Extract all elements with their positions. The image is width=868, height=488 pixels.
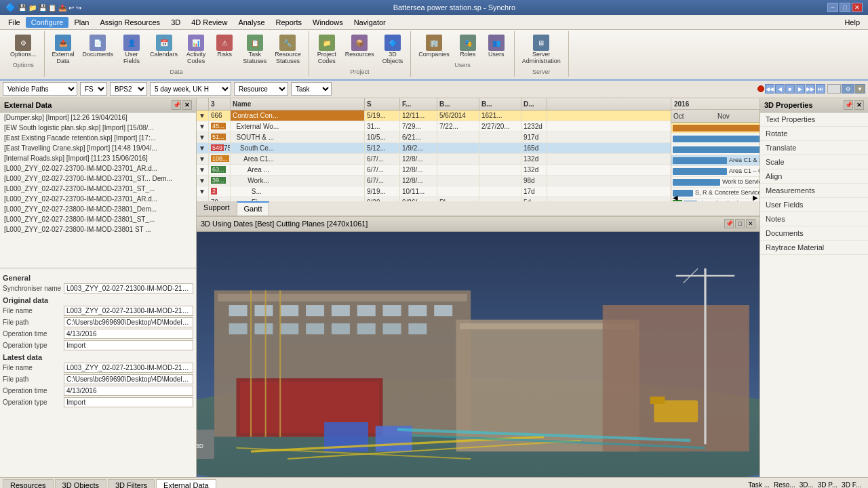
- calendars-button[interactable]: 📅 Calendars: [146, 33, 181, 67]
- documents-button[interactable]: 📄 Documents: [79, 33, 117, 67]
- 3d-objects-button[interactable]: 🔷 3DObjects: [379, 33, 407, 67]
- prop-rotate[interactable]: Rotate: [760, 127, 868, 141]
- list-item[interactable]: [Internal Roads.skp] [Import] [11:23 15/…: [0, 153, 196, 163]
- menu-3d[interactable]: 3D: [165, 17, 186, 28]
- list-item[interactable]: [East Existing Facade retention.skp] [Im…: [0, 133, 196, 143]
- tab-external-data[interactable]: External Data: [156, 479, 216, 488]
- table-row[interactable]: ▼ 549 7590 South Ce... 5/12... 1/9/2... …: [197, 143, 671, 154]
- activity-codes-button[interactable]: 📊 ActivityCodes: [182, 33, 210, 67]
- roles-button[interactable]: 🎭 Roles: [454, 33, 481, 60]
- window-controls[interactable]: – □ ✕: [827, 3, 863, 12]
- list-item[interactable]: [East Travelling Crane.skp] [Import] [14…: [0, 143, 196, 153]
- prev-frame-btn[interactable]: ◀◀: [765, 84, 774, 94]
- fs-select[interactable]: FS: [80, 82, 107, 96]
- tab-resources[interactable]: Resources: [3, 479, 54, 488]
- right-panel-pin-btn[interactable]: 📌: [844, 100, 853, 110]
- maximize-button[interactable]: □: [840, 3, 850, 12]
- menu-analyse[interactable]: Analyse: [233, 17, 270, 28]
- prop-notes[interactable]: Notes: [760, 212, 868, 226]
- menu-plan[interactable]: Plan: [68, 17, 94, 28]
- tab-3d-objects[interactable]: 3D Objects: [55, 479, 106, 488]
- 3d-maximize-btn[interactable]: □: [735, 219, 745, 228]
- panel-close-btn[interactable]: ✕: [182, 100, 192, 110]
- users-button[interactable]: 👥 Users: [483, 33, 510, 60]
- table-row[interactable]: ▼ 2 S... 9/19... 10/11... 17d: [197, 186, 671, 197]
- col-bl-start[interactable]: B...: [437, 98, 479, 110]
- tab-support[interactable]: Support: [197, 201, 237, 216]
- week-type-select[interactable]: 5 day week, UK H: [150, 82, 231, 96]
- menu-reports[interactable]: Reports: [271, 17, 308, 28]
- list-item[interactable]: [L000_ZYY_02-027-23800-IM-MOD-23801_Dem.…: [0, 204, 196, 214]
- minimize-button[interactable]: –: [827, 3, 838, 12]
- gantt-bar: [673, 157, 727, 164]
- stop-btn[interactable]: ■: [785, 84, 795, 94]
- tab-gantt[interactable]: Gantt: [237, 201, 270, 216]
- list-item[interactable]: [EW South logistic plan.skp.skp] [Import…: [0, 123, 196, 133]
- col-duration[interactable]: D...: [521, 98, 547, 110]
- settings-btn[interactable]: ⚙: [842, 84, 854, 94]
- 3d-viewport[interactable]: 3D: [197, 232, 760, 477]
- resources-button[interactable]: 📦 Resources: [342, 33, 378, 67]
- task-statuses-button[interactable]: 📋 TaskStatuses: [239, 33, 270, 67]
- list-item[interactable]: [Dumper.skp] [Import] [12:26 19/04/2016]: [0, 113, 196, 123]
- bps2-select[interactable]: BPS2: [110, 82, 147, 96]
- menu-file[interactable]: File: [3, 17, 26, 28]
- companies-button[interactable]: 🏢 Companies: [415, 33, 453, 60]
- project-codes-button[interactable]: 📁 ProjectCodes: [313, 33, 340, 67]
- 3d-close-btn[interactable]: ✕: [746, 219, 755, 228]
- table-row[interactable]: ▼ 63... Area ... 6/7/... 12/8/... 132d: [197, 165, 671, 176]
- next-frame-btn[interactable]: ▶▶: [806, 84, 815, 94]
- col-bl-finish[interactable]: B...: [479, 98, 521, 110]
- prop-raytrace-material[interactable]: Raytrace Material: [760, 241, 868, 255]
- prop-translate[interactable]: Translate: [760, 141, 868, 155]
- gantt-scroll-left[interactable]: ◀: [673, 194, 678, 201]
- gantt-scroll-right[interactable]: ▶: [753, 194, 758, 201]
- col-finish[interactable]: F...: [400, 98, 437, 110]
- menu-4d-review[interactable]: 4D Review: [186, 17, 233, 28]
- table-row[interactable]: ▼ 39... Work... 6/7/... 12/8/... 98d: [197, 176, 671, 186]
- resource-select[interactable]: Resource: [234, 82, 288, 96]
- menu-help[interactable]: Help: [839, 17, 865, 28]
- list-item[interactable]: [L000_ZYY_02-027-23700-IM-MOD-23701_ST_.…: [0, 184, 196, 194]
- vehicle-paths-select[interactable]: Vehicle Paths: [3, 82, 77, 96]
- task-select[interactable]: Task: [291, 82, 332, 96]
- menu-windows[interactable]: Windows: [307, 17, 349, 28]
- table-row[interactable]: ▼ 45... External Wo... 31... 7/29... 7/2…: [197, 121, 671, 132]
- risks-button[interactable]: ⚠ Risks: [211, 33, 238, 67]
- menu-assign-resources[interactable]: Assign Resources: [94, 17, 165, 28]
- playback-control[interactable]: [827, 84, 841, 94]
- col-start[interactable]: S: [365, 98, 400, 110]
- end-btn[interactable]: ⏭: [816, 84, 825, 94]
- table-row[interactable]: ▼ 51... SOUTH & ... 10/5... 6/21... 917d: [197, 132, 671, 143]
- table-row[interactable]: ▼ 666 Contract Con... 5/19... 12/11... 5…: [197, 110, 671, 121]
- close-button[interactable]: ✕: [852, 3, 863, 12]
- table-row[interactable]: ▼ 108... Area C1... 6/7/... 12/8/... 132…: [197, 154, 671, 165]
- list-item[interactable]: [L000_ZYY_02-027-23800-IM-MOD-23801 ST .…: [0, 224, 196, 235]
- prop-scale[interactable]: Scale: [760, 155, 868, 169]
- panel-pin-btn[interactable]: 📌: [172, 100, 181, 110]
- more-btn[interactable]: ▼: [854, 84, 865, 94]
- menu-navigator[interactable]: Navigator: [349, 17, 391, 28]
- prop-text-properties[interactable]: Text Properties: [760, 113, 868, 127]
- server-admin-button[interactable]: 🖥 ServerAdministration: [519, 33, 564, 67]
- list-item[interactable]: [L000_ZYY_02-027-23700-IM-MOD-23701_ST..…: [0, 174, 196, 184]
- play-btn[interactable]: ▶: [795, 84, 805, 94]
- col-name[interactable]: Name: [231, 98, 365, 110]
- play-back-btn[interactable]: ◀: [775, 84, 785, 94]
- external-data-button[interactable]: 📤 ExternalData: [49, 33, 78, 67]
- list-item[interactable]: [L000_ZYY_02-027-23800-IM-MOD-23801_ST_.…: [0, 214, 196, 224]
- user-fields-button[interactable]: 👤 UserFields: [118, 33, 145, 67]
- prop-align[interactable]: Align: [760, 169, 868, 184]
- resource-statuses-button[interactable]: 🔧 ResourceStatuses: [271, 33, 304, 67]
- col-id[interactable]: 3: [209, 98, 231, 110]
- list-item[interactable]: [L000_ZYY_02-027-23700-IM-MOD-23701_AR.d…: [0, 163, 196, 174]
- prop-user-fields[interactable]: User Fields: [760, 198, 868, 212]
- 3d-pin-btn[interactable]: 📌: [724, 219, 734, 228]
- list-item[interactable]: [L000_ZYY_02-027-23700-IM-MOD-23701_AR.d…: [0, 194, 196, 204]
- right-panel-close-btn[interactable]: ✕: [854, 100, 864, 110]
- prop-measurements[interactable]: Measurements: [760, 184, 868, 198]
- prop-documents[interactable]: Documents: [760, 226, 868, 241]
- options-button[interactable]: ⚙ Options...: [7, 33, 40, 60]
- menu-configure[interactable]: Configure: [26, 17, 69, 28]
- tab-3d-filters[interactable]: 3D Filters: [108, 479, 155, 488]
